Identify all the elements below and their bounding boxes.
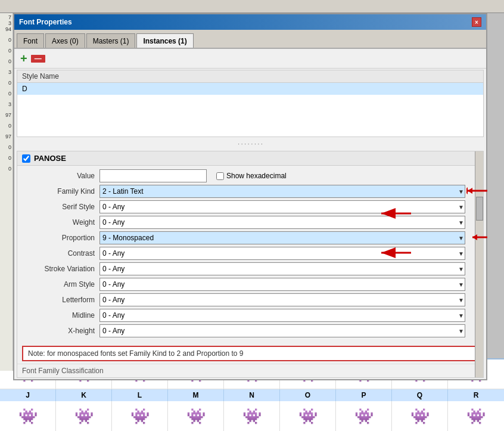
x-height-select-wrapper: 0 - Any ▼	[99, 324, 465, 337]
glyph-label-o: O	[280, 389, 336, 401]
proportion-label: Proportion	[22, 234, 99, 242]
stroke-variation-label: Stroke Variation	[22, 265, 99, 273]
stroke-variation-select-wrapper: 0 - Any ▼	[99, 262, 465, 275]
arm-style-label: Arm Style	[22, 280, 99, 289]
proportion-select[interactable]: 9 - Monospaced	[99, 231, 465, 244]
serif-style-select[interactable]: 0 - Any	[99, 200, 465, 213]
glyph-cell-2: 👾	[112, 401, 168, 431]
contrast-row: Contrast 0 - Any ▼	[22, 247, 465, 260]
glyph-label-k: K	[56, 389, 112, 401]
tab-font[interactable]: Font	[17, 33, 44, 48]
glyph-label-r: R	[448, 389, 504, 401]
svg-marker-4	[472, 234, 477, 240]
contrast-label: Contrast	[22, 249, 99, 258]
letterform-select[interactable]: 0 - Any	[99, 293, 465, 306]
dialog-title: Font Properties	[19, 18, 72, 26]
stroke-variation-select[interactable]: 0 - Any	[99, 262, 465, 275]
x-height-select[interactable]: 0 - Any	[99, 324, 465, 337]
glyph-cell-2: 👾	[392, 401, 448, 431]
table-header: Style Name	[17, 70, 483, 83]
tab-instances[interactable]: Instances (1)	[136, 33, 193, 48]
arrow-family-kind-icon	[466, 184, 490, 198]
svg-marker-2	[468, 188, 472, 194]
arm-style-select-wrapper: 0 - Any ▼	[99, 278, 465, 291]
letterform-row: Letterform 0 - Any ▼	[22, 293, 465, 306]
panose-header: PANOSE	[17, 151, 483, 166]
glyph-cell-2: 👾	[0, 401, 56, 431]
tabs-row: Font Axes (0) Masters (1) Instances (1)	[14, 30, 486, 49]
value-inputs: 2-0-0-9-0-0-0-0-0-0 Show hexadecimal	[99, 169, 465, 182]
close-button[interactable]: ×	[472, 17, 481, 27]
style-name-table: Style Name D	[17, 70, 484, 137]
glyph-label-n: N	[224, 389, 280, 401]
serif-style-row: Serif Style 0 - Any ▼	[22, 200, 465, 213]
panose-section: PANOSE Value 2-0-0-9-0-0-0-0-0-0 Show he…	[17, 151, 484, 378]
divider-dots: · · · · · · · ·	[14, 138, 486, 150]
midline-select[interactable]: 0 - Any	[99, 309, 465, 322]
arm-style-select[interactable]: 0 - Any	[99, 278, 465, 291]
weight-row: Weight 0 - Any ▼	[22, 216, 465, 229]
family-kind-row: Family Kind 2 - Latin Text ▼	[22, 185, 465, 198]
glyph-label-row: J K L M N O P Q R	[0, 389, 504, 401]
weight-label: Weight	[22, 218, 99, 227]
x-height-label: X-height	[22, 327, 99, 335]
weight-select[interactable]: 0 - Any	[99, 216, 465, 229]
arrow-proportion-icon	[466, 230, 490, 244]
value-row: Value 2-0-0-9-0-0-0-0-0-0 Show hexadecim…	[22, 169, 465, 182]
stroke-variation-row: Stroke Variation 0 - Any ▼	[22, 262, 465, 275]
dialog-window: Font Properties × Font Axes (0) Masters …	[13, 13, 487, 380]
serif-style-select-wrapper: 0 - Any ▼	[99, 200, 465, 213]
serif-style-label: Serif Style	[22, 203, 99, 211]
glyph-cell-2: 👾	[224, 401, 280, 431]
top-toolbar	[0, 0, 504, 13]
contrast-select[interactable]: 0 - Any	[99, 247, 465, 260]
x-height-row: X-height 0 - Any ▼	[22, 324, 465, 337]
glyph-label-q: Q	[392, 389, 448, 401]
proportion-select-wrapper: 9 - Monospaced ▼	[99, 231, 465, 244]
family-kind-select-wrapper: 2 - Latin Text ▼	[99, 185, 465, 198]
dialog-titlebar: Font Properties ×	[14, 14, 486, 30]
table-body-empty	[17, 95, 483, 137]
panose-title: PANOSE	[34, 154, 66, 163]
midline-row: Midline 0 - Any ▼	[22, 309, 465, 322]
glyph-label-p: P	[336, 389, 392, 401]
contrast-select-wrapper: 0 - Any ▼	[99, 247, 465, 260]
note-box: Note: for monospaced fonts set Family Ki…	[22, 346, 478, 361]
ffc-text: Font Family Classification	[22, 367, 104, 375]
glyph-label-l: L	[112, 389, 168, 401]
show-hex-text: Show hexadecimal	[226, 172, 287, 180]
scrollbar-thumb[interactable]	[476, 197, 483, 221]
ruler: 7 3 94 0 0 0 3 0 0 3 97 0 97 0 0 0	[0, 13, 13, 371]
family-kind-label: Family Kind	[22, 187, 99, 196]
glyph-cell-2: 👾	[336, 401, 392, 431]
font-family-classification-label: Font Family Classification	[17, 364, 483, 377]
midline-select-wrapper: 0 - Any ▼	[99, 309, 465, 322]
panose-form: Value 2-0-0-9-0-0-0-0-0-0 Show hexadecim…	[17, 166, 483, 343]
glyph-cell-2: 👾	[56, 401, 112, 431]
letterform-select-wrapper: 0 - Any ▼	[99, 293, 465, 306]
glyph-label-j: J	[0, 389, 56, 401]
instance-toolbar: + —	[14, 49, 486, 69]
weight-select-wrapper: 0 - Any ▼	[99, 216, 465, 229]
value-input[interactable]: 2-0-0-9-0-0-0-0-0-0	[99, 169, 207, 182]
family-kind-select[interactable]: 2 - Latin Text	[99, 185, 465, 198]
panose-checkbox[interactable]	[22, 154, 30, 163]
table-row[interactable]: D	[17, 83, 483, 95]
show-hex-label: Show hexadecimal	[216, 172, 287, 180]
glyph-label-m: M	[168, 389, 224, 401]
dialog-content: + — Style Name D · · · · · · · · PANOSE	[14, 49, 486, 378]
glyph-cell-2: 👾	[168, 401, 224, 431]
remove-instance-button[interactable]: —	[31, 55, 45, 63]
tab-masters[interactable]: Masters (1)	[86, 33, 136, 48]
proportion-row: Proportion 9 - Monospaced ▼	[22, 231, 465, 244]
glyph-cell-2: 👾	[280, 401, 336, 431]
value-label: Value	[22, 172, 99, 180]
glyph-row-2: 👾 👾 👾 👾 👾 👾 👾 👾 👾	[0, 401, 504, 431]
show-hex-checkbox[interactable]	[216, 172, 224, 180]
svg-marker-1	[466, 187, 468, 194]
note-text: Note: for monospaced fonts set Family Ki…	[28, 349, 244, 358]
tab-axes[interactable]: Axes (0)	[45, 33, 85, 48]
glyph-cell-2: 👾	[448, 401, 504, 431]
letterform-label: Letterform	[22, 296, 99, 304]
add-instance-button[interactable]: +	[19, 52, 29, 64]
